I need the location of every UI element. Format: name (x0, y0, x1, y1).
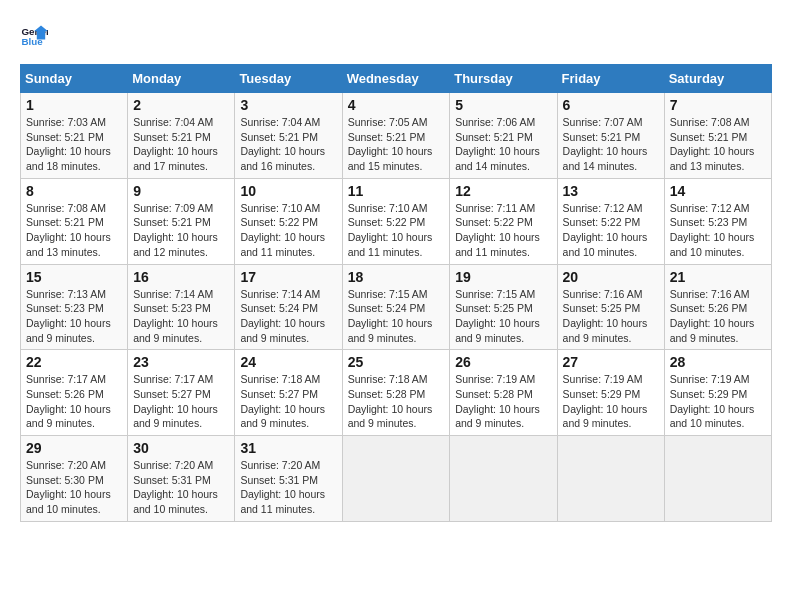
calendar-cell: 16Sunrise: 7:14 AMSunset: 5:23 PMDayligh… (128, 264, 235, 350)
weekday-header-sunday: Sunday (21, 65, 128, 93)
calendar-cell: 21Sunrise: 7:16 AMSunset: 5:26 PMDayligh… (664, 264, 771, 350)
day-info: Sunrise: 7:08 AMSunset: 5:21 PMDaylight:… (26, 201, 122, 260)
day-info: Sunrise: 7:12 AMSunset: 5:23 PMDaylight:… (670, 201, 766, 260)
day-number: 24 (240, 354, 336, 370)
weekday-header-monday: Monday (128, 65, 235, 93)
day-info: Sunrise: 7:09 AMSunset: 5:21 PMDaylight:… (133, 201, 229, 260)
calendar-cell: 15Sunrise: 7:13 AMSunset: 5:23 PMDayligh… (21, 264, 128, 350)
logo: General Blue (20, 20, 52, 48)
day-number: 10 (240, 183, 336, 199)
day-number: 29 (26, 440, 122, 456)
weekday-header-saturday: Saturday (664, 65, 771, 93)
calendar-cell: 24Sunrise: 7:18 AMSunset: 5:27 PMDayligh… (235, 350, 342, 436)
calendar-cell (450, 436, 557, 522)
day-number: 27 (563, 354, 659, 370)
day-info: Sunrise: 7:13 AMSunset: 5:23 PMDaylight:… (26, 287, 122, 346)
day-number: 17 (240, 269, 336, 285)
calendar-cell: 12Sunrise: 7:11 AMSunset: 5:22 PMDayligh… (450, 178, 557, 264)
calendar-cell (557, 436, 664, 522)
day-number: 26 (455, 354, 551, 370)
day-info: Sunrise: 7:18 AMSunset: 5:27 PMDaylight:… (240, 372, 336, 431)
calendar-cell: 22Sunrise: 7:17 AMSunset: 5:26 PMDayligh… (21, 350, 128, 436)
day-number: 28 (670, 354, 766, 370)
day-info: Sunrise: 7:17 AMSunset: 5:26 PMDaylight:… (26, 372, 122, 431)
calendar-cell: 27Sunrise: 7:19 AMSunset: 5:29 PMDayligh… (557, 350, 664, 436)
calendar-cell: 29Sunrise: 7:20 AMSunset: 5:30 PMDayligh… (21, 436, 128, 522)
calendar-cell: 11Sunrise: 7:10 AMSunset: 5:22 PMDayligh… (342, 178, 450, 264)
day-info: Sunrise: 7:19 AMSunset: 5:29 PMDaylight:… (670, 372, 766, 431)
calendar-cell: 6Sunrise: 7:07 AMSunset: 5:21 PMDaylight… (557, 93, 664, 179)
day-number: 3 (240, 97, 336, 113)
calendar-cell: 18Sunrise: 7:15 AMSunset: 5:24 PMDayligh… (342, 264, 450, 350)
calendar-cell: 14Sunrise: 7:12 AMSunset: 5:23 PMDayligh… (664, 178, 771, 264)
day-info: Sunrise: 7:07 AMSunset: 5:21 PMDaylight:… (563, 115, 659, 174)
day-info: Sunrise: 7:14 AMSunset: 5:23 PMDaylight:… (133, 287, 229, 346)
day-number: 20 (563, 269, 659, 285)
day-number: 1 (26, 97, 122, 113)
day-number: 19 (455, 269, 551, 285)
calendar-cell (342, 436, 450, 522)
day-number: 7 (670, 97, 766, 113)
day-info: Sunrise: 7:03 AMSunset: 5:21 PMDaylight:… (26, 115, 122, 174)
calendar-cell: 20Sunrise: 7:16 AMSunset: 5:25 PMDayligh… (557, 264, 664, 350)
day-info: Sunrise: 7:20 AMSunset: 5:30 PMDaylight:… (26, 458, 122, 517)
calendar-cell: 30Sunrise: 7:20 AMSunset: 5:31 PMDayligh… (128, 436, 235, 522)
weekday-header-friday: Friday (557, 65, 664, 93)
calendar-cell: 8Sunrise: 7:08 AMSunset: 5:21 PMDaylight… (21, 178, 128, 264)
weekday-header-wednesday: Wednesday (342, 65, 450, 93)
day-number: 15 (26, 269, 122, 285)
day-number: 8 (26, 183, 122, 199)
calendar-cell: 7Sunrise: 7:08 AMSunset: 5:21 PMDaylight… (664, 93, 771, 179)
day-number: 11 (348, 183, 445, 199)
day-info: Sunrise: 7:20 AMSunset: 5:31 PMDaylight:… (133, 458, 229, 517)
calendar-cell: 10Sunrise: 7:10 AMSunset: 5:22 PMDayligh… (235, 178, 342, 264)
calendar-cell: 17Sunrise: 7:14 AMSunset: 5:24 PMDayligh… (235, 264, 342, 350)
day-number: 25 (348, 354, 445, 370)
calendar-cell: 3Sunrise: 7:04 AMSunset: 5:21 PMDaylight… (235, 93, 342, 179)
calendar-table: SundayMondayTuesdayWednesdayThursdayFrid… (20, 64, 772, 522)
day-number: 2 (133, 97, 229, 113)
day-number: 13 (563, 183, 659, 199)
day-info: Sunrise: 7:05 AMSunset: 5:21 PMDaylight:… (348, 115, 445, 174)
day-number: 4 (348, 97, 445, 113)
day-info: Sunrise: 7:10 AMSunset: 5:22 PMDaylight:… (348, 201, 445, 260)
day-info: Sunrise: 7:19 AMSunset: 5:29 PMDaylight:… (563, 372, 659, 431)
day-info: Sunrise: 7:04 AMSunset: 5:21 PMDaylight:… (133, 115, 229, 174)
day-info: Sunrise: 7:17 AMSunset: 5:27 PMDaylight:… (133, 372, 229, 431)
day-info: Sunrise: 7:06 AMSunset: 5:21 PMDaylight:… (455, 115, 551, 174)
calendar-cell: 26Sunrise: 7:19 AMSunset: 5:28 PMDayligh… (450, 350, 557, 436)
calendar-cell: 25Sunrise: 7:18 AMSunset: 5:28 PMDayligh… (342, 350, 450, 436)
calendar-cell (664, 436, 771, 522)
day-number: 30 (133, 440, 229, 456)
weekday-header-thursday: Thursday (450, 65, 557, 93)
calendar-cell: 5Sunrise: 7:06 AMSunset: 5:21 PMDaylight… (450, 93, 557, 179)
calendar-cell: 31Sunrise: 7:20 AMSunset: 5:31 PMDayligh… (235, 436, 342, 522)
day-info: Sunrise: 7:19 AMSunset: 5:28 PMDaylight:… (455, 372, 551, 431)
calendar-week-5: 29Sunrise: 7:20 AMSunset: 5:30 PMDayligh… (21, 436, 772, 522)
calendar-cell: 28Sunrise: 7:19 AMSunset: 5:29 PMDayligh… (664, 350, 771, 436)
day-number: 23 (133, 354, 229, 370)
day-info: Sunrise: 7:08 AMSunset: 5:21 PMDaylight:… (670, 115, 766, 174)
day-number: 16 (133, 269, 229, 285)
day-info: Sunrise: 7:10 AMSunset: 5:22 PMDaylight:… (240, 201, 336, 260)
day-info: Sunrise: 7:15 AMSunset: 5:24 PMDaylight:… (348, 287, 445, 346)
calendar-cell: 23Sunrise: 7:17 AMSunset: 5:27 PMDayligh… (128, 350, 235, 436)
page-header: General Blue (20, 20, 772, 48)
day-info: Sunrise: 7:16 AMSunset: 5:26 PMDaylight:… (670, 287, 766, 346)
day-info: Sunrise: 7:14 AMSunset: 5:24 PMDaylight:… (240, 287, 336, 346)
calendar-week-2: 8Sunrise: 7:08 AMSunset: 5:21 PMDaylight… (21, 178, 772, 264)
day-info: Sunrise: 7:20 AMSunset: 5:31 PMDaylight:… (240, 458, 336, 517)
calendar-cell: 1Sunrise: 7:03 AMSunset: 5:21 PMDaylight… (21, 93, 128, 179)
day-number: 5 (455, 97, 551, 113)
calendar-cell: 19Sunrise: 7:15 AMSunset: 5:25 PMDayligh… (450, 264, 557, 350)
day-number: 21 (670, 269, 766, 285)
day-number: 22 (26, 354, 122, 370)
day-number: 9 (133, 183, 229, 199)
day-number: 6 (563, 97, 659, 113)
calendar-header-row: SundayMondayTuesdayWednesdayThursdayFrid… (21, 65, 772, 93)
calendar-cell: 4Sunrise: 7:05 AMSunset: 5:21 PMDaylight… (342, 93, 450, 179)
day-info: Sunrise: 7:04 AMSunset: 5:21 PMDaylight:… (240, 115, 336, 174)
day-info: Sunrise: 7:15 AMSunset: 5:25 PMDaylight:… (455, 287, 551, 346)
day-info: Sunrise: 7:12 AMSunset: 5:22 PMDaylight:… (563, 201, 659, 260)
calendar-week-1: 1Sunrise: 7:03 AMSunset: 5:21 PMDaylight… (21, 93, 772, 179)
